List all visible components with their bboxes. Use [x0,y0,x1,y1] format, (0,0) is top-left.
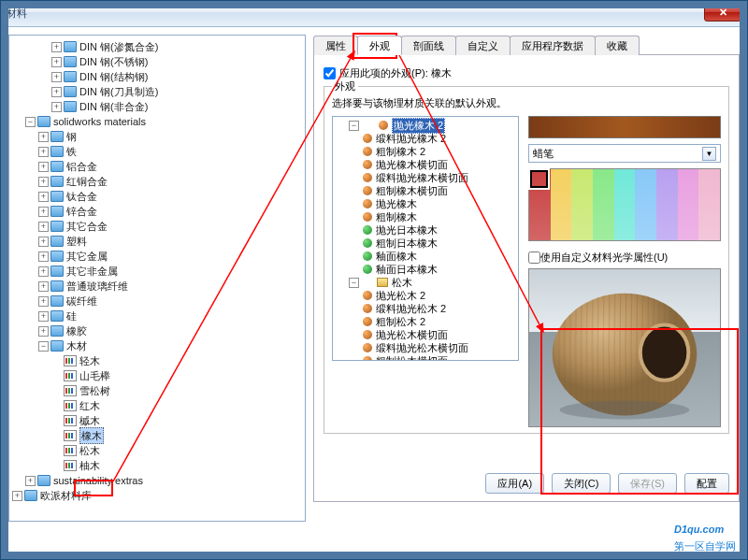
tree-item[interactable]: +铝合金 [11,159,303,174]
list-item[interactable]: 抛光松木横切面 [335,328,516,341]
close-button[interactable]: 关闭(C) [552,473,611,494]
apply-appearance-label: 应用此项的外观(P): 橡木 [339,66,452,80]
tab-0[interactable]: 属性 [313,36,358,55]
material-dialog: 材料 ✕ +DIN 钢(渗氮合金) +DIN 钢(不锈钢) +DIN 钢(结构钢… [0,0,748,560]
tree-item[interactable]: +其它非金属 [11,264,303,279]
list-item[interactable]: 抛光橡木横切面 [335,158,516,171]
tree-item[interactable]: +DIN 钢(不锈钢) [11,54,303,69]
tree-item[interactable]: 柚木 [11,458,303,473]
palette-color[interactable] [551,169,572,240]
palette-combo[interactable]: 蜡笔 ▼ [528,144,721,163]
content: +DIN 钢(渗氮合金) +DIN 钢(不锈钢) +DIN 钢(结构钢) +DI… [1,27,747,525]
tree-item[interactable]: +红铜合金 [11,174,303,189]
list-item[interactable]: 釉面橡木 [335,250,516,263]
list-item[interactable]: 抛光橡木 [335,197,516,210]
appearance-group: 外观 选择要与该物理材质关联的默认外观。 −抛光橡木 2缎料抛光橡木 2粗制橡木… [324,86,729,434]
list-item[interactable]: 缎料抛光橡木 2 [335,132,516,145]
button-row: 应用(A) 关闭(C) 保存(S) 配置 [314,473,729,494]
tree-item[interactable]: −solidworks materials [11,114,303,129]
tree-item[interactable]: +塑料 [11,234,303,249]
tree-item[interactable]: 轻木 [11,353,303,368]
tree-item[interactable]: +DIN 钢(非合金) [11,99,303,114]
titlebar[interactable]: 材料 ✕ [1,1,747,27]
tree-item[interactable]: 雪松树 [11,383,303,398]
group-description: 选择要与该物理材质关联的默认外观。 [332,96,721,110]
list-item[interactable]: −松木 [335,276,516,289]
config-button[interactable]: 配置 [684,473,729,494]
tree-item[interactable]: +橡胶 [11,323,303,338]
tree-item[interactable]: +钢 [11,129,303,144]
save-button[interactable]: 保存(S) [618,473,677,494]
apply-button[interactable]: 应用(A) [485,473,544,494]
tree-item[interactable]: +普通玻璃纤维 [11,279,303,294]
list-item[interactable]: 粗制橡木 2 [335,145,516,158]
palette-selection-indicator [530,170,548,188]
apply-appearance-checkbox[interactable] [324,67,336,79]
tree-item[interactable]: +sustainability extras [11,473,303,488]
palette-color[interactable] [593,169,614,240]
material-preview [528,268,721,427]
list-item[interactable]: 抛光日本橡木 [335,223,516,237]
list-item[interactable]: 缎料抛光橡木横切面 [335,171,516,184]
list-item[interactable]: −抛光橡木 2 [335,119,516,132]
palette-color[interactable] [678,169,699,240]
palette-color[interactable] [571,169,593,240]
tree-item[interactable]: 槭木 [11,413,303,428]
tree-item[interactable]: +硅 [11,309,303,323]
list-item[interactable]: 釉面日本橡木 [335,263,516,276]
tree-item[interactable]: +锌合金 [11,204,303,219]
window-title: 材料 [7,7,27,21]
tab-bar: 属性外观剖面线自定义应用程序数据收藏 [313,35,740,55]
palette-color[interactable] [614,169,636,240]
list-item[interactable]: 粗制橡木横切面 [335,184,516,197]
list-item[interactable]: 粗制松木横切面 [335,354,516,361]
right-panel: 属性外观剖面线自定义应用程序数据收藏 应用此项的外观(P): 橡木 外观 选择要… [313,35,740,522]
palette-color[interactable] [635,169,656,240]
color-palette[interactable] [528,168,721,241]
palette-color[interactable] [656,169,678,240]
tree-item[interactable]: +欧派材料库 [11,488,303,503]
list-item[interactable]: 抛光松木 2 [335,289,516,302]
tree-item[interactable]: 橡木 [11,428,303,443]
tree-item[interactable]: +DIN 钢(刀具制造) [11,84,303,99]
tree-item[interactable]: +其它合金 [11,219,303,234]
list-item[interactable]: 缎料抛光松木横切面 [335,341,516,354]
custom-optical-checkbox[interactable] [528,251,540,264]
tree-item[interactable]: 松木 [11,443,303,458]
list-item[interactable]: 粗制橡木 [335,210,516,223]
close-icon[interactable]: ✕ [704,5,741,22]
tree-item[interactable]: +其它金属 [11,249,303,264]
tab-4[interactable]: 应用程序数据 [510,36,596,55]
color-swatch[interactable] [528,116,721,138]
tab-1[interactable]: 外观 [357,36,402,55]
tab-2[interactable]: 剖面线 [401,36,456,55]
material-tree[interactable]: +DIN 钢(渗氮合金) +DIN 钢(不锈钢) +DIN 钢(结构钢) +DI… [8,35,306,522]
tree-item[interactable]: −木材 [11,338,303,353]
custom-optical-label: 使用自定义材料光学属性(U) [540,251,668,265]
appearance-list[interactable]: −抛光橡木 2缎料抛光橡木 2粗制橡木 2抛光橡木横切面缎料抛光橡木横切面粗制橡… [332,116,519,361]
combo-value: 蜡笔 [533,147,554,161]
tree-item[interactable]: +碳纤维 [11,294,303,309]
tab-5[interactable]: 收藏 [595,36,640,55]
right-column: 蜡笔 ▼ 使用自定义材料光学属性(U) [528,116,721,427]
tree-item[interactable]: +DIN 钢(渗氮合金) [11,39,303,54]
palette-color[interactable] [698,169,720,240]
tree-item[interactable]: +铁 [11,144,303,159]
tree-item[interactable]: 山毛榉 [11,368,303,383]
tree-item[interactable]: +钛合金 [11,189,303,204]
tree-item[interactable]: 红木 [11,398,303,413]
appearance-pane: 应用此项的外观(P): 橡木 外观 选择要与该物理材质关联的默认外观。 −抛光橡… [313,55,740,502]
svg-point-5 [560,401,690,420]
tree-item[interactable]: +DIN 钢(结构钢) [11,69,303,84]
chevron-down-icon[interactable]: ▼ [702,147,716,161]
list-item[interactable]: 缎料抛光松木 2 [335,302,516,315]
list-item[interactable]: 粗制松木 2 [335,315,516,328]
tab-3[interactable]: 自定义 [455,36,511,55]
list-item[interactable]: 粗制日本橡木 [335,237,516,250]
group-legend: 外观 [332,79,358,93]
